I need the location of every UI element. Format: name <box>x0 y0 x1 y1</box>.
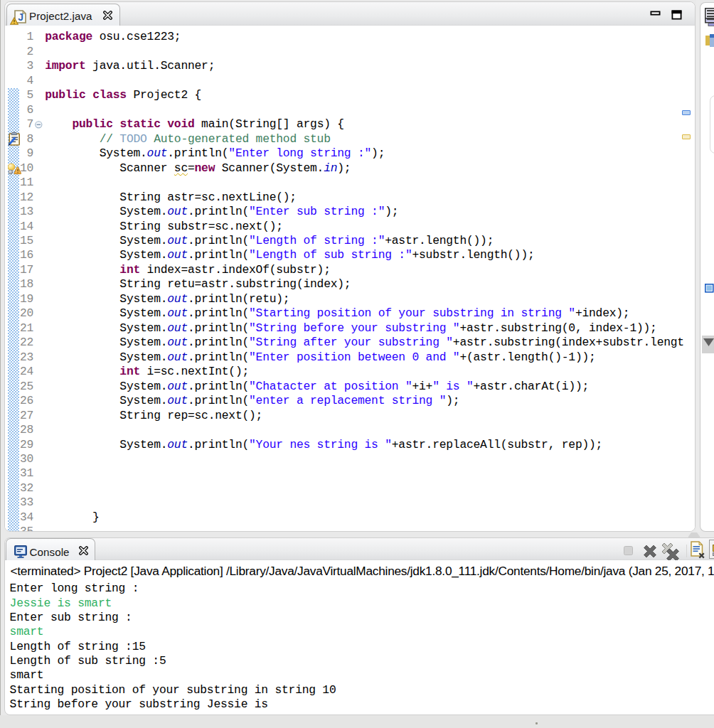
svg-text:J: J <box>18 11 24 23</box>
